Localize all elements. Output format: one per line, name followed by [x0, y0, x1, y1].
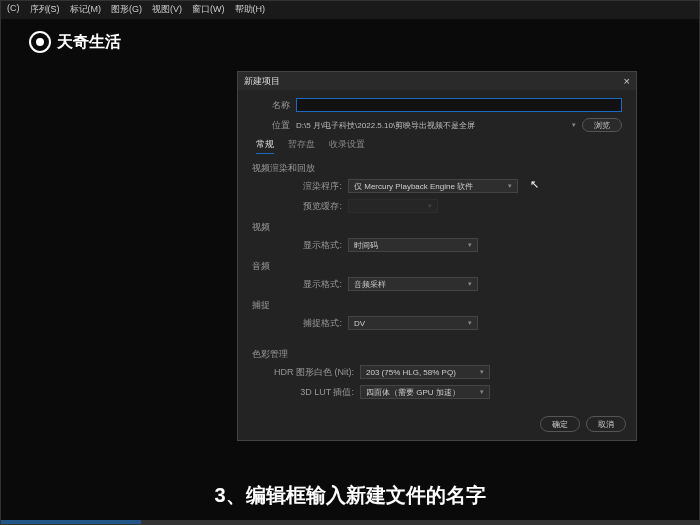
chevron-down-icon: ▾	[480, 368, 484, 376]
taskbar	[1, 520, 699, 524]
menu-item[interactable]: 视图(V)	[152, 3, 182, 17]
video-section-header: 视频	[252, 221, 622, 234]
chevron-down-icon: ▾	[480, 388, 484, 396]
lut-label: 3D LUT 插值:	[262, 386, 354, 399]
chevron-down-icon: ▾	[508, 182, 512, 190]
menu-item[interactable]: 帮助(H)	[235, 3, 266, 17]
dialog-title: 新建项目	[244, 75, 280, 88]
video-format-label: 显示格式:	[282, 239, 342, 252]
audio-format-dropdown[interactable]: 音频采样▾	[348, 277, 478, 291]
chevron-down-icon: ▾	[468, 280, 472, 288]
menu-item[interactable]: (C)	[7, 3, 20, 17]
hdr-label: HDR 图形白色 (Nit):	[262, 366, 354, 379]
menu-bar: (C) 序列(S) 标记(M) 图形(G) 视图(V) 窗口(W) 帮助(H)	[1, 1, 699, 19]
browse-button[interactable]: 浏览	[582, 118, 622, 132]
menu-item[interactable]: 窗口(W)	[192, 3, 225, 17]
renderer-dropdown[interactable]: 仅 Mercury Playback Engine 软件▾	[348, 179, 518, 193]
close-icon[interactable]: ×	[624, 75, 630, 87]
renderer-label: 渲染程序:	[282, 180, 342, 193]
tabs: 常规 暂存盘 收录设置	[256, 138, 622, 154]
ok-button[interactable]: 确定	[540, 416, 580, 432]
name-input[interactable]	[296, 98, 622, 112]
chevron-down-icon: ▾	[468, 241, 472, 249]
tab-ingest[interactable]: 收录设置	[329, 138, 365, 154]
capture-format-dropdown[interactable]: DV▾	[348, 316, 478, 330]
name-label: 名称	[252, 99, 290, 112]
capture-format-label: 捕捉格式:	[282, 317, 342, 330]
dialog-titlebar: 新建项目 ×	[238, 72, 636, 90]
preview-cache-dropdown: ▾	[348, 199, 438, 213]
audio-format-label: 显示格式:	[282, 278, 342, 291]
menu-item[interactable]: 图形(G)	[111, 3, 142, 17]
audio-section-header: 音频	[252, 260, 622, 273]
location-value: D:\5 月\电子科技\2022.5.10\剪映导出视频不是全屏	[296, 120, 566, 131]
logo-text: 天奇生活	[57, 32, 121, 53]
instruction-caption: 3、编辑框输入新建文件的名字	[1, 482, 699, 509]
tab-general[interactable]: 常规	[256, 138, 274, 154]
lut-dropdown[interactable]: 四面体（需要 GPU 加速）▾	[360, 385, 490, 399]
tab-scratch[interactable]: 暂存盘	[288, 138, 315, 154]
chevron-down-icon[interactable]: ▾	[572, 121, 576, 129]
watermark-logo: 天奇生活	[29, 31, 121, 53]
location-label: 位置	[252, 119, 290, 132]
capture-section-header: 捕捉	[252, 299, 622, 312]
preview-cache-label: 预览缓存:	[282, 200, 342, 213]
video-format-dropdown[interactable]: 时间码▾	[348, 238, 478, 252]
menu-item[interactable]: 序列(S)	[30, 3, 60, 17]
cancel-button[interactable]: 取消	[586, 416, 626, 432]
chevron-down-icon: ▾	[468, 319, 472, 327]
color-section-header: 色彩管理	[252, 348, 622, 361]
logo-icon	[29, 31, 51, 53]
new-project-dialog: 新建项目 × 名称 位置 D:\5 月\电子科技\2022.5.10\剪映导出视…	[237, 71, 637, 441]
menu-item[interactable]: 标记(M)	[70, 3, 102, 17]
render-section-header: 视频渲染和回放	[252, 162, 622, 175]
hdr-dropdown[interactable]: 203 (75% HLG, 58% PQ)▾	[360, 365, 490, 379]
chevron-down-icon: ▾	[428, 202, 432, 210]
